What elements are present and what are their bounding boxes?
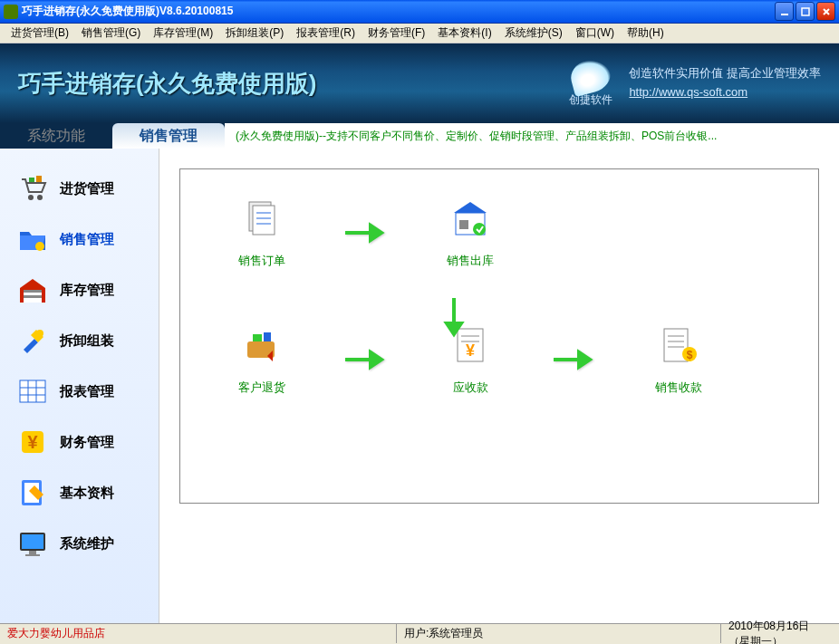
svg-rect-25 bbox=[253, 206, 275, 235]
statusbar: 爱大力婴幼儿用品店 用户:系统管理员 2010年08月16日 （星期一） bbox=[0, 623, 839, 643]
node-sales-out[interactable]: 销售出库 bbox=[425, 197, 516, 269]
svg-text:$: $ bbox=[687, 349, 693, 361]
tools-icon bbox=[16, 324, 49, 357]
sidebar-item-label: 报表管理 bbox=[60, 383, 114, 400]
node-label: 销售订单 bbox=[238, 253, 285, 269]
slogan-line1: 创造软件实用价值 提高企业管理效率 bbox=[629, 64, 821, 83]
sidebar: 进货管理 销售管理 库存管理 拆卸组装 报表管理 bbox=[0, 149, 159, 623]
payment-icon: $ bbox=[657, 323, 700, 367]
svg-rect-1 bbox=[802, 8, 809, 15]
svg-rect-33 bbox=[253, 334, 262, 341]
company-logo: 创捷软件 bbox=[569, 60, 612, 108]
svg-rect-8 bbox=[24, 290, 42, 293]
node-receivable[interactable]: ¥ 应收款 bbox=[425, 323, 516, 396]
titlebar: 巧手进销存(永久免费使用版)V8.6.20100815 bbox=[0, 0, 839, 24]
menu-help[interactable]: 帮助(H) bbox=[622, 24, 670, 43]
status-user: 用户:系统管理员 bbox=[397, 624, 721, 643]
close-button[interactable] bbox=[816, 2, 835, 21]
svg-point-6 bbox=[35, 242, 44, 251]
store-out-icon bbox=[448, 197, 492, 240]
node-label: 销售收款 bbox=[655, 380, 702, 396]
maximize-button[interactable] bbox=[796, 2, 815, 21]
notebook-icon bbox=[16, 476, 49, 509]
svg-point-10 bbox=[36, 330, 43, 337]
tab-bar: 系统功能 销售管理 (永久免费使用版)--支持不同客户不同售价、定制价、促销时段… bbox=[0, 123, 839, 149]
node-sales-payment[interactable]: $ 销售收款 bbox=[633, 323, 724, 396]
company-url[interactable]: http://www.qs-soft.com bbox=[629, 85, 747, 99]
main-panel: 销售订单 销售出库 bbox=[159, 149, 839, 623]
tab-sales[interactable]: 销售管理 bbox=[112, 123, 225, 149]
folder-icon bbox=[16, 223, 49, 255]
svg-rect-9 bbox=[24, 295, 42, 298]
svg-point-31 bbox=[473, 223, 486, 235]
sidebar-item-finance[interactable]: ¥ 财务管理 bbox=[0, 417, 159, 467]
svg-rect-5 bbox=[36, 176, 42, 182]
sidebar-item-basic[interactable]: 基本资料 bbox=[0, 467, 159, 518]
sidebar-item-inventory[interactable]: 库存管理 bbox=[0, 264, 159, 315]
sidebar-item-label: 销售管理 bbox=[60, 231, 114, 248]
arrow-down-icon bbox=[443, 296, 465, 344]
node-label: 应收款 bbox=[453, 380, 488, 396]
marquee-text: (永久免费使用版)--支持不同客户不同售价、定制价、促销时段管理、产品组装拆卸、… bbox=[225, 123, 839, 149]
sidebar-item-maintain[interactable]: 系统维护 bbox=[0, 518, 159, 569]
arrow-right-icon bbox=[552, 346, 597, 373]
menu-purchase[interactable]: 进货管理(B) bbox=[5, 24, 74, 43]
node-sales-order[interactable]: 销售订单 bbox=[217, 197, 307, 269]
menu-assembly[interactable]: 拆卸组装(P) bbox=[220, 24, 289, 43]
svg-text:¥: ¥ bbox=[466, 341, 475, 360]
menu-report[interactable]: 报表管理(R) bbox=[291, 24, 361, 43]
banner: 巧手进销存(永久免费使用版) 创捷软件 创造软件实用价值 提高企业管理效率 ht… bbox=[0, 43, 839, 123]
sidebar-item-label: 进货管理 bbox=[60, 180, 114, 197]
menu-basic[interactable]: 基本资料(I) bbox=[432, 24, 497, 43]
status-date: 2010年08月16日 （星期一） bbox=[721, 624, 839, 643]
workflow-box: 销售订单 销售出库 bbox=[179, 168, 819, 504]
svg-rect-23 bbox=[25, 554, 40, 556]
svg-rect-34 bbox=[264, 332, 271, 341]
svg-point-3 bbox=[37, 195, 43, 200]
banner-title: 巧手进销存(永久免费使用版) bbox=[18, 68, 316, 100]
sidebar-item-report[interactable]: 报表管理 bbox=[0, 366, 159, 417]
cart-icon bbox=[16, 172, 49, 205]
menu-system[interactable]: 系统维护(S) bbox=[499, 24, 568, 43]
svg-rect-4 bbox=[29, 178, 34, 182]
document-icon bbox=[240, 197, 284, 240]
svg-rect-0 bbox=[781, 14, 788, 15]
sidebar-item-label: 系统维护 bbox=[60, 535, 114, 553]
menu-sales[interactable]: 销售管理(G) bbox=[76, 24, 146, 43]
sidebar-item-label: 财务管理 bbox=[60, 434, 114, 451]
sidebar-item-purchase[interactable]: 进货管理 bbox=[0, 163, 159, 214]
svg-rect-30 bbox=[459, 220, 468, 229]
yen-icon: ¥ bbox=[16, 426, 49, 458]
sidebar-item-label: 库存管理 bbox=[60, 282, 114, 299]
svg-rect-21 bbox=[22, 534, 43, 549]
svg-text:¥: ¥ bbox=[27, 432, 38, 452]
menu-window[interactable]: 窗口(W) bbox=[570, 24, 620, 43]
arrow-right-icon bbox=[343, 219, 389, 246]
svg-point-2 bbox=[28, 195, 34, 200]
sidebar-item-sales[interactable]: 销售管理 bbox=[0, 214, 159, 264]
svg-rect-22 bbox=[29, 551, 36, 554]
window-title: 巧手进销存(永久免费使用版)V8.6.20100815 bbox=[22, 4, 233, 19]
app-icon bbox=[4, 5, 18, 19]
menu-inventory[interactable]: 库存管理(M) bbox=[148, 24, 218, 43]
warehouse-icon bbox=[16, 274, 49, 306]
arrow-right-icon bbox=[343, 346, 389, 373]
sidebar-item-label: 基本资料 bbox=[60, 485, 114, 502]
sidebar-item-label: 拆卸组装 bbox=[60, 332, 114, 350]
node-customer-return[interactable]: 客户退货 bbox=[217, 323, 307, 396]
svg-rect-11 bbox=[20, 380, 45, 402]
menu-finance[interactable]: 财务管理(F) bbox=[362, 24, 430, 43]
monitor-icon bbox=[16, 527, 49, 560]
return-icon bbox=[240, 323, 284, 367]
menubar: 进货管理(B) 销售管理(G) 库存管理(M) 拆卸组装(P) 报表管理(R) … bbox=[0, 24, 839, 43]
sidebar-item-assembly[interactable]: 拆卸组装 bbox=[0, 315, 159, 366]
node-label: 客户退货 bbox=[238, 380, 285, 396]
tab-system[interactable]: 系统功能 bbox=[0, 123, 112, 149]
minimize-button[interactable] bbox=[775, 2, 794, 21]
grid-icon bbox=[16, 375, 49, 408]
node-label: 销售出库 bbox=[447, 253, 494, 269]
status-shop: 爱大力婴幼儿用品店 bbox=[0, 624, 397, 643]
